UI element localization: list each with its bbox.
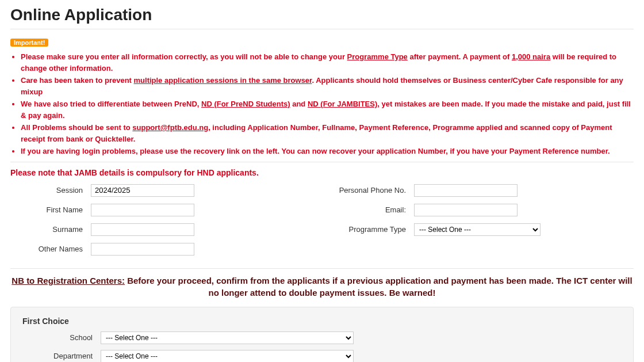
warning-underline: 1,000 naira bbox=[512, 52, 550, 61]
warning-item: Please make sure you enter all informati… bbox=[21, 51, 634, 74]
warning-text: after payment. A payment of bbox=[408, 52, 512, 61]
first-name-label: First Name bbox=[10, 205, 91, 214]
surname-label: Surname bbox=[10, 225, 91, 234]
first-choice-panel: First Choice School --- Select One --- D… bbox=[10, 307, 634, 363]
phone-input[interactable] bbox=[414, 184, 518, 197]
nb-rest: Before your proceed, confirm from the ap… bbox=[125, 276, 632, 298]
warning-underline: Programme Type bbox=[347, 52, 408, 61]
warning-text: and bbox=[290, 100, 308, 108]
session-label: Session bbox=[10, 186, 91, 195]
warning-text: If you are having login problems, please… bbox=[21, 147, 610, 155]
warning-underline: ND (For PreND Students) bbox=[201, 100, 290, 108]
field-session: Session bbox=[10, 184, 299, 197]
field-first-name: First Name bbox=[10, 204, 299, 216]
page-title: Online Application bbox=[10, 6, 634, 24]
divider bbox=[10, 29, 634, 29]
warning-item: All Problems should be sent to support@f… bbox=[21, 122, 634, 144]
session-input[interactable] bbox=[91, 184, 194, 197]
warning-text: Care has been taken to prevent bbox=[21, 76, 134, 85]
warning-item: Care has been taken to prevent multiple … bbox=[21, 75, 634, 97]
field-school: School --- Select One --- bbox=[20, 331, 624, 344]
warning-underline: multiple application sessions in the sam… bbox=[134, 76, 312, 85]
warning-text: All Problems should be sent to bbox=[21, 123, 132, 132]
important-badge: Important! bbox=[10, 39, 48, 47]
warning-underline: ND (For JAMBITES) bbox=[308, 100, 377, 108]
jamb-note: Please note that JAMB details is compuls… bbox=[10, 168, 634, 177]
other-names-input[interactable] bbox=[91, 243, 194, 256]
department-label: Department bbox=[20, 352, 101, 360]
field-department: Department --- Select One --- bbox=[20, 350, 624, 363]
field-other-names: Other Names bbox=[10, 243, 299, 256]
warning-underline: support@fptb.edu.ng bbox=[132, 123, 208, 132]
field-surname: Surname bbox=[10, 223, 299, 236]
programme-type-label: Programme Type bbox=[322, 225, 414, 234]
first-name-input[interactable] bbox=[91, 204, 194, 216]
warning-item: If you are having login problems, please… bbox=[21, 146, 634, 157]
warning-text: We have also tried to differentiate betw… bbox=[21, 100, 201, 108]
phone-label: Personal Phone No. bbox=[322, 186, 414, 195]
surname-input[interactable] bbox=[91, 223, 194, 236]
programme-type-select[interactable]: --- Select One --- bbox=[414, 223, 540, 236]
field-phone: Personal Phone No. bbox=[322, 184, 634, 197]
school-label: School bbox=[20, 333, 101, 342]
email-input[interactable] bbox=[414, 204, 518, 216]
nb-lead: NB to Registration Centers: bbox=[12, 276, 125, 285]
divider bbox=[10, 268, 634, 269]
form-row: Session First Name Surname Other Names P… bbox=[10, 184, 634, 256]
warning-list: Please make sure you enter all informati… bbox=[21, 51, 634, 157]
warning-text: Please make sure you enter all informati… bbox=[21, 52, 347, 61]
warning-item: We have also tried to differentiate betw… bbox=[21, 98, 634, 121]
email-label: Email: bbox=[322, 205, 414, 214]
nb-notice: NB to Registration Centers: Before your … bbox=[10, 275, 634, 299]
form-column-right: Personal Phone No. Email: Programme Type… bbox=[322, 184, 634, 256]
field-email: Email: bbox=[322, 204, 634, 216]
department-select[interactable]: --- Select One --- bbox=[101, 350, 354, 363]
form-column-left: Session First Name Surname Other Names bbox=[10, 184, 322, 256]
divider bbox=[10, 162, 634, 162]
other-names-label: Other Names bbox=[10, 245, 91, 253]
field-programme-type: Programme Type --- Select One --- bbox=[322, 223, 634, 236]
school-select[interactable]: --- Select One --- bbox=[101, 331, 354, 344]
first-choice-heading: First Choice bbox=[22, 317, 624, 326]
